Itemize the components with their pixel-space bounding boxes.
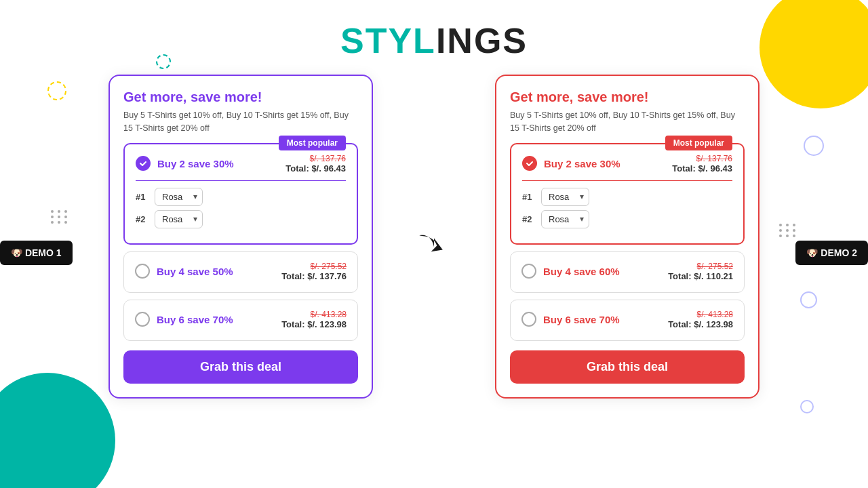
card1-deal3-left: Buy 6 save 70% — [135, 312, 233, 327]
main-container: Get more, save more! Buy 5 T-Shirts get … — [0, 75, 868, 399]
card2-dropdown1-row: #1 Rosa — [522, 188, 732, 206]
card1-deal2-row: Buy 4 save 50% $/. 275.52 Total: $/. 137… — [135, 262, 347, 281]
card2-radio-checked[interactable] — [522, 156, 537, 171]
card1-deal3-pricing: $/. 413.28 Total: $/. 123.98 — [281, 310, 347, 329]
card1-dropdown2-row: #2 Rosa — [136, 210, 346, 228]
card1-deal3-total: Total: $/. 123.98 — [281, 319, 347, 329]
card1-deal3-original: $/. 413.28 — [281, 310, 347, 319]
demo1-label: 🐶 DEMO 1 — [0, 241, 73, 265]
card1-deal-2[interactable]: Buy 4 save 50% $/. 275.52 Total: $/. 137… — [123, 251, 358, 293]
card2-deal-1[interactable]: Most popular Buy 2 save 30% $/. 137.76 T… — [510, 143, 745, 245]
card1-dropdown2-label: #2 — [136, 214, 149, 224]
card2-deal2-pricing: $/. 275.52 Total: $/. 110.21 — [668, 262, 733, 281]
logo-ings-part: INGS — [436, 21, 528, 60]
card1-dropdown1-label: #1 — [136, 192, 149, 202]
card2-radio-unchecked-2[interactable] — [521, 264, 536, 279]
header: STYLINGS — [0, 0, 868, 75]
card2-title: Get more, save more! — [510, 89, 745, 105]
card2-deal2-label: Buy 4 save 60% — [543, 266, 620, 277]
card1-deal2-left: Buy 4 save 50% — [135, 264, 233, 279]
card2-deal3-left: Buy 6 save 70% — [521, 312, 620, 327]
card2-dropdown2-row: #2 Rosa — [522, 210, 732, 228]
logo-style-part: STYL — [340, 21, 436, 60]
card2-deal-2[interactable]: Buy 4 save 60% $/. 275.52 Total: $/. 110… — [510, 251, 745, 293]
demo2-label: 🐶 DEMO 2 — [795, 241, 868, 265]
card2-deal2-original: $/. 275.52 — [668, 262, 733, 271]
card1-badge: Most popular — [279, 136, 346, 150]
card2-deal3-pricing: $/. 413.28 Total: $/. 123.98 — [668, 310, 733, 329]
card1-dropdown1-wrapper[interactable]: Rosa — [155, 188, 203, 206]
card1-deal-3[interactable]: Buy 6 save 70% $/. 413.28 Total: $/. 123… — [123, 300, 358, 341]
card1-divider — [136, 180, 346, 181]
arrow-icon — [414, 224, 454, 264]
card1-deal1-left: Buy 2 save 30% — [136, 156, 234, 171]
card2-dropdown2-wrapper[interactable]: Rosa — [541, 210, 589, 228]
card2-deal1-left: Buy 2 save 30% — [522, 156, 620, 171]
card1-dropdown2-wrapper[interactable]: Rosa — [155, 210, 203, 228]
card1-cta-button[interactable]: Grab this deal — [123, 350, 358, 384]
card2-cta-button[interactable]: Grab this deal — [510, 350, 745, 384]
card2: Get more, save more! Buy 5 T-Shirts get … — [495, 75, 760, 399]
card2-deal3-row: Buy 6 save 70% $/. 413.28 Total: $/. 123… — [521, 310, 733, 329]
card1-deal2-pricing: $/. 275.52 Total: $/. 137.76 — [281, 262, 347, 281]
card2-dropdown2-label: #2 — [522, 214, 536, 224]
card2-deal-3[interactable]: Buy 6 save 70% $/. 413.28 Total: $/. 123… — [510, 300, 745, 341]
card2-deal3-original: $/. 413.28 — [668, 310, 733, 319]
logo: STYLINGS — [0, 20, 868, 61]
card2-deal1-pricing: $/. 137.76 Total: $/. 96.43 — [672, 154, 732, 174]
card1-deal2-label: Buy 4 save 50% — [157, 266, 233, 277]
card1-deal-1[interactable]: Most popular Buy 2 save 30% $/. 137.76 T… — [123, 143, 358, 245]
card1-deal1-pricing: $/. 137.76 Total: $/. 96.43 — [285, 154, 346, 174]
card2-dropdown1-wrapper[interactable]: Rosa — [541, 188, 589, 206]
card2-deal2-row: Buy 4 save 60% $/. 275.52 Total: $/. 110… — [521, 262, 733, 281]
card2-deal2-left: Buy 4 save 60% — [521, 264, 620, 279]
card1-deal1-total: Total: $/. 96.43 — [285, 163, 346, 174]
arrow-container — [414, 224, 454, 264]
card2-deal3-label: Buy 6 save 70% — [543, 314, 620, 325]
card1-deal2-original: $/. 275.52 — [281, 262, 347, 271]
card1-radio-unchecked-3[interactable] — [135, 312, 150, 327]
card1-deal1-original: $/. 137.76 — [285, 154, 346, 163]
card2-deal3-total: Total: $/. 123.98 — [668, 319, 733, 329]
card1-dropdown1-row: #1 Rosa — [136, 188, 346, 206]
card1-dropdown1-select[interactable]: Rosa — [155, 188, 203, 206]
card2-radio-unchecked-3[interactable] — [521, 312, 536, 327]
card1-radio-checked[interactable] — [136, 156, 151, 171]
card1-deal1-label: Buy 2 save 30% — [157, 158, 234, 169]
card1-deal2-total: Total: $/. 137.76 — [281, 271, 347, 281]
card1: Get more, save more! Buy 5 T-Shirts get … — [108, 75, 373, 399]
card2-deal1-total: Total: $/. 96.43 — [672, 163, 732, 174]
card2-badge: Most popular — [665, 136, 732, 150]
card2-dropdown1-select[interactable]: Rosa — [541, 188, 589, 206]
card1-dropdown2-select[interactable]: Rosa — [155, 210, 203, 228]
card2-deal1-original: $/. 137.76 — [672, 154, 732, 163]
card1-deal3-label: Buy 6 save 70% — [157, 314, 233, 325]
deco-circle-right-bot — [800, 400, 814, 413]
card1-title: Get more, save more! — [123, 89, 358, 105]
card2-description: Buy 5 T-Shirts get 10% off, Buy 10 T-Shi… — [510, 109, 745, 135]
card2-dropdown2-select[interactable]: Rosa — [541, 210, 589, 228]
card1-radio-unchecked-2[interactable] — [135, 264, 150, 279]
card1-deal3-row: Buy 6 save 70% $/. 413.28 Total: $/. 123… — [135, 310, 347, 329]
card2-deal2-total: Total: $/. 110.21 — [668, 271, 733, 281]
card1-deal1-row: Buy 2 save 30% $/. 137.76 Total: $/. 96.… — [136, 154, 346, 174]
card1-description: Buy 5 T-Shirts get 10% off, Buy 10 T-Shi… — [123, 109, 358, 135]
card2-divider — [522, 180, 732, 181]
card2-dropdown1-label: #1 — [522, 192, 536, 202]
card2-deal1-label: Buy 2 save 30% — [544, 158, 620, 169]
card2-deal1-row: Buy 2 save 30% $/. 137.76 Total: $/. 96.… — [522, 154, 732, 174]
